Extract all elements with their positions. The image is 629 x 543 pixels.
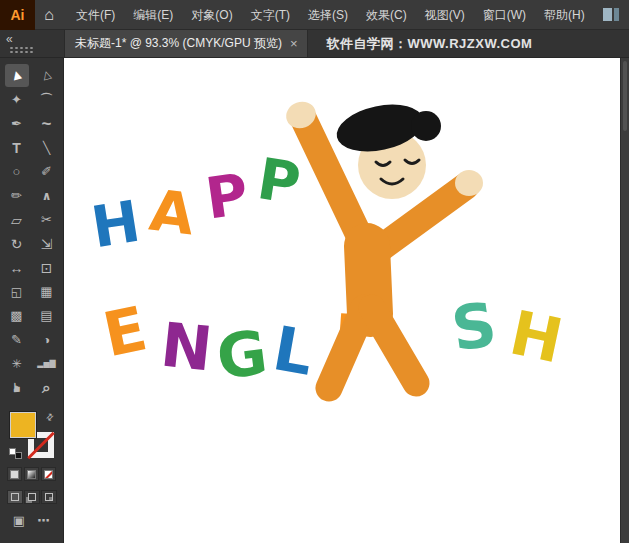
pencil-tool[interactable]	[5, 184, 29, 207]
edit-toolbar-button[interactable]	[37, 514, 50, 527]
free-transform-tool[interactable]	[35, 256, 59, 279]
magic-wand-tool[interactable]	[5, 88, 29, 111]
panel-grip[interactable]	[9, 46, 35, 53]
color-mode-buttons	[7, 467, 56, 481]
gradient-tool[interactable]	[35, 304, 59, 327]
gradient-button[interactable]	[24, 467, 39, 481]
scale-tool[interactable]	[35, 232, 59, 255]
fill-swatch[interactable]	[10, 412, 36, 438]
mesh-tool[interactable]	[5, 304, 29, 327]
perspective-grid-tool[interactable]	[35, 280, 59, 303]
collapse-panel-icon[interactable]	[6, 34, 64, 44]
site-watermark-text: 软件自学网：WWW.RJZXW.COM	[326, 35, 532, 53]
default-fill-stroke-icon[interactable]	[9, 448, 22, 459]
paintbrush-tool[interactable]	[35, 160, 59, 183]
close-tab-icon[interactable]	[290, 37, 298, 50]
type-tool[interactable]	[5, 136, 29, 159]
happy-letter-0[interactable]: H	[88, 193, 144, 257]
menu-view[interactable]: 视图(V)	[416, 0, 474, 30]
document-tab-title: 未标题-1* @ 93.3% (CMYK/GPU 预览)	[75, 35, 282, 52]
menu-items: 文件(F) 编辑(E) 对象(O) 文字(T) 选择(S) 效果(C) 视图(V…	[67, 0, 594, 30]
boy-right-hand	[455, 170, 483, 196]
menu-select[interactable]: 选择(S)	[299, 0, 357, 30]
swap-fill-stroke-icon[interactable]	[46, 412, 54, 422]
pen-tool[interactable]	[5, 112, 29, 135]
zoom-tool[interactable]	[35, 376, 59, 399]
english-letter-1[interactable]: N	[158, 313, 215, 379]
screen-mode-button[interactable]	[13, 514, 25, 527]
eyedropper-tool[interactable]	[5, 328, 29, 351]
rotate-tool[interactable]	[5, 232, 29, 255]
toolbar-bottom-row	[13, 514, 50, 527]
line-segment-tool[interactable]	[35, 136, 59, 159]
curvature-tool[interactable]	[35, 112, 59, 135]
scrollbar-thumb[interactable]	[623, 61, 627, 131]
draw-inside-button[interactable]	[41, 490, 57, 504]
menu-type[interactable]: 文字(T)	[242, 0, 299, 30]
boy-left-leg	[329, 308, 364, 388]
workspace-switcher-icon[interactable]	[603, 8, 619, 21]
tools-panel	[0, 58, 64, 543]
document-tab[interactable]: 未标题-1* @ 93.3% (CMYK/GPU 预览)	[64, 30, 308, 57]
direct-selection-tool[interactable]	[35, 64, 59, 87]
happy-letter-2[interactable]: P	[202, 165, 251, 227]
blend-tool[interactable]	[35, 328, 59, 351]
menu-effect[interactable]: 效果(C)	[357, 0, 416, 30]
menu-file[interactable]: 文件(F)	[67, 0, 124, 30]
happy-english-artwork[interactable]: H A P P E N G L I S H	[64, 58, 620, 543]
menu-help[interactable]: 帮助(H)	[535, 0, 594, 30]
hand-tool[interactable]	[5, 376, 29, 399]
ellipse-tool[interactable]	[5, 160, 29, 183]
width-tool[interactable]	[5, 256, 29, 279]
menu-edit[interactable]: 编辑(E)	[124, 0, 182, 30]
happy-letter-3[interactable]: P	[254, 150, 304, 213]
lasso-tool[interactable]	[35, 88, 59, 111]
app-logo[interactable]: Ai	[0, 0, 35, 30]
tab-bar: 未标题-1* @ 93.3% (CMYK/GPU 预览) 软件自学网：WWW.R…	[0, 30, 629, 58]
boy-hair-tuft	[411, 111, 441, 141]
eraser-tool[interactable]	[5, 208, 29, 231]
draw-behind-button[interactable]	[24, 490, 40, 504]
symbol-sprayer-tool[interactable]	[5, 352, 29, 375]
tools-panel-header	[0, 30, 64, 57]
home-icon[interactable]	[35, 0, 63, 30]
color-button[interactable]	[7, 467, 22, 481]
selection-tool[interactable]	[5, 64, 29, 87]
shaper-tool[interactable]	[35, 184, 59, 207]
happy-letter-1[interactable]: A	[147, 182, 198, 244]
shape-builder-tool[interactable]	[5, 280, 29, 303]
canvas[interactable]: H A P P E N G L I S H	[64, 58, 620, 543]
english-letter-5[interactable]: S	[448, 293, 500, 360]
fill-stroke-control	[9, 411, 55, 459]
illustrator-window: Ai 文件(F) 编辑(E) 对象(O) 文字(T) 选择(S) 效果(C) 视…	[0, 0, 629, 543]
menubar: Ai 文件(F) 编辑(E) 对象(O) 文字(T) 选择(S) 效果(C) 视…	[0, 0, 629, 30]
menu-object[interactable]: 对象(O)	[182, 0, 241, 30]
tools-grid	[5, 58, 59, 399]
drawing-mode-buttons	[7, 490, 57, 504]
menu-window[interactable]: 窗口(W)	[474, 0, 535, 30]
vertical-scrollbar[interactable]	[620, 58, 629, 543]
column-graph-tool[interactable]	[35, 352, 59, 375]
scissors-tool[interactable]	[35, 208, 59, 231]
draw-normal-button[interactable]	[7, 490, 23, 504]
none-button[interactable]	[41, 467, 56, 481]
boy-right-leg	[372, 308, 416, 383]
english-letter-2[interactable]: G	[213, 321, 270, 388]
